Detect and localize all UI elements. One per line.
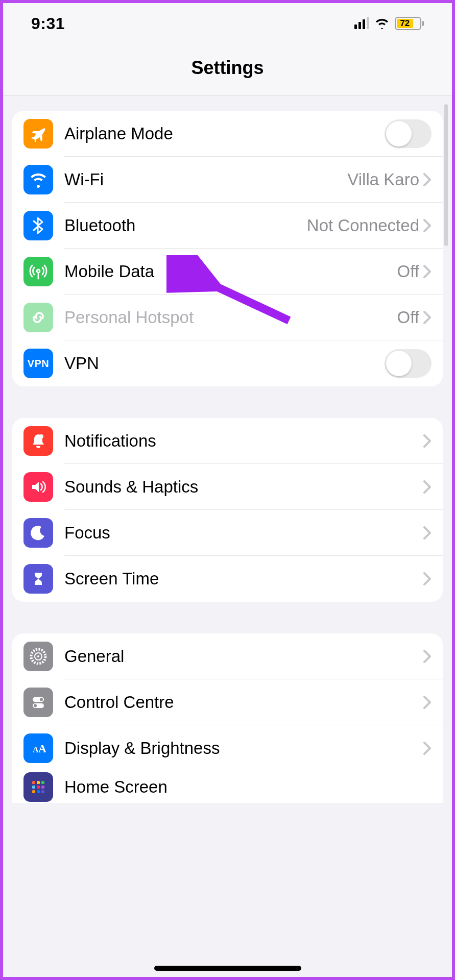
- row-label: Screen Time: [64, 569, 423, 589]
- row-label: Display & Brightness: [64, 739, 423, 758]
- row-sounds-haptics[interactable]: Sounds & Haptics: [12, 464, 443, 510]
- row-label: Sounds & Haptics: [64, 477, 423, 497]
- chevron-right-icon: [423, 311, 432, 324]
- chevron-right-icon: [423, 434, 432, 448]
- link-icon: [23, 303, 53, 332]
- row-value: Villa Karo: [347, 170, 419, 189]
- svg-rect-10: [32, 781, 35, 784]
- settings-group-general: General Control Centre AA Display & Brig…: [12, 633, 443, 803]
- row-label: General: [64, 647, 423, 666]
- gear-icon: [23, 642, 53, 671]
- chevron-right-icon: [423, 219, 432, 232]
- battery-level: 72: [397, 19, 413, 28]
- switches-icon: [23, 688, 53, 717]
- chevron-right-icon: [423, 696, 432, 709]
- chevron-right-icon: [423, 526, 432, 540]
- svg-point-7: [34, 704, 37, 707]
- svg-rect-16: [32, 790, 35, 793]
- row-home-screen[interactable]: Home Screen: [12, 771, 443, 803]
- airplane-toggle[interactable]: [385, 119, 432, 148]
- airplane-icon: [23, 119, 53, 149]
- chevron-right-icon: [423, 742, 432, 755]
- svg-point-0: [39, 434, 43, 438]
- row-display-brightness[interactable]: AA Display & Brightness: [12, 725, 443, 771]
- nav-header: Settings: [3, 44, 452, 95]
- svg-rect-17: [37, 790, 40, 793]
- svg-rect-12: [41, 781, 44, 784]
- svg-text:A: A: [38, 742, 46, 755]
- bluetooth-icon: [23, 211, 53, 240]
- bell-icon: [23, 426, 53, 456]
- row-focus[interactable]: Focus: [12, 510, 443, 556]
- row-label: VPN: [64, 354, 385, 373]
- row-label: Mobile Data: [64, 262, 397, 281]
- page-title: Settings: [3, 57, 452, 79]
- chevron-right-icon: [423, 265, 432, 278]
- vpn-icon: VPN: [23, 349, 53, 378]
- row-value: Off: [397, 262, 419, 281]
- svg-rect-14: [37, 786, 40, 789]
- row-bluetooth[interactable]: Bluetooth Not Connected: [12, 203, 443, 249]
- antenna-icon: [23, 257, 53, 286]
- scrollbar[interactable]: [444, 104, 448, 246]
- chevron-right-icon: [423, 480, 432, 494]
- row-control-centre[interactable]: Control Centre: [12, 679, 443, 725]
- cellular-signal-icon: [354, 18, 369, 29]
- row-value: Off: [397, 308, 419, 327]
- row-label: Notifications: [64, 431, 423, 451]
- wifi-status-icon: [374, 18, 390, 29]
- row-label: Personal Hotspot: [64, 308, 397, 327]
- row-label: Home Screen: [64, 777, 432, 797]
- row-wifi[interactable]: Wi-Fi Villa Karo: [12, 157, 443, 203]
- home-indicator[interactable]: [154, 966, 301, 971]
- text-size-icon: AA: [23, 733, 53, 763]
- row-screen-time[interactable]: Screen Time: [12, 556, 443, 602]
- row-mobile-data[interactable]: Mobile Data Off: [12, 249, 443, 295]
- settings-group-notifications: Notifications Sounds & Haptics Focus: [12, 418, 443, 602]
- grid-icon: [23, 772, 53, 802]
- row-label: Focus: [64, 523, 423, 543]
- row-label: Bluetooth: [64, 216, 307, 235]
- svg-rect-11: [37, 781, 40, 784]
- row-vpn[interactable]: VPN VPN: [12, 340, 443, 386]
- svg-rect-18: [41, 790, 44, 793]
- hourglass-icon: [23, 564, 53, 594]
- row-label: Wi-Fi: [64, 170, 347, 189]
- settings-group-connectivity: Airplane Mode Wi-Fi Villa Karo Bluetooth…: [12, 111, 443, 386]
- row-airplane-mode[interactable]: Airplane Mode: [12, 111, 443, 157]
- svg-point-5: [40, 698, 43, 701]
- chevron-right-icon: [423, 650, 432, 663]
- row-label: Control Centre: [64, 693, 423, 712]
- vpn-toggle[interactable]: [385, 349, 432, 378]
- row-general[interactable]: General: [12, 633, 443, 679]
- status-bar: 9:31 72: [3, 3, 452, 44]
- status-time: 9:31: [31, 14, 65, 33]
- row-personal-hotspot[interactable]: Personal Hotspot Off: [12, 295, 443, 340]
- svg-rect-13: [32, 786, 35, 789]
- chevron-right-icon: [423, 173, 432, 186]
- speaker-icon: [23, 472, 53, 502]
- chevron-right-icon: [423, 572, 432, 585]
- moon-icon: [23, 518, 53, 548]
- svg-point-3: [37, 655, 39, 657]
- row-notifications[interactable]: Notifications: [12, 418, 443, 464]
- status-indicators: 72: [354, 17, 424, 30]
- wifi-icon: [23, 165, 53, 194]
- battery-indicator: 72: [395, 17, 424, 30]
- svg-rect-15: [41, 786, 44, 789]
- settings-scroll[interactable]: Airplane Mode Wi-Fi Villa Karo Bluetooth…: [3, 111, 452, 803]
- row-label: Airplane Mode: [64, 124, 385, 143]
- row-value: Not Connected: [307, 216, 419, 235]
